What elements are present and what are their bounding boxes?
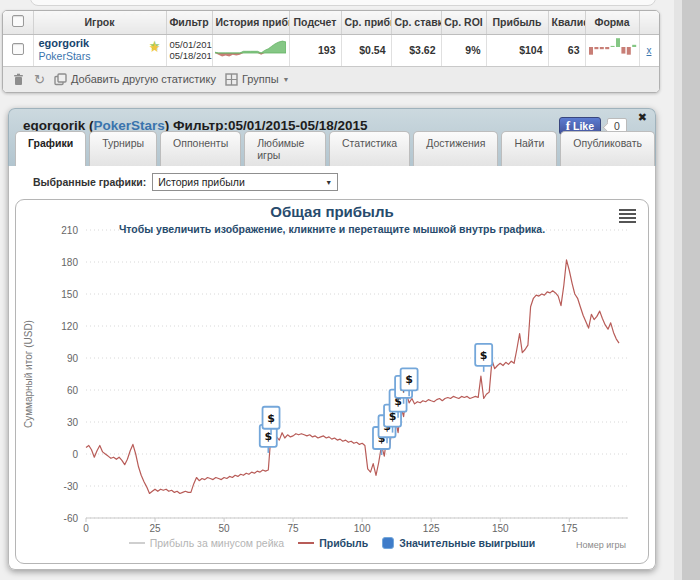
table-toolbar: ↻ Добавить другую статистику Группы ▼ <box>3 66 659 92</box>
remove-row-link[interactable]: x <box>640 45 659 56</box>
svg-text:180: 180 <box>61 257 78 268</box>
browser-scrollbar-track <box>674 0 700 580</box>
col-avg-profit[interactable]: Ср. прибыль <box>341 11 391 34</box>
chart-legend: Прибыль за минусом рейкаПрибыльЗначитель… <box>16 537 648 549</box>
qualified-value: 63 <box>548 34 585 66</box>
refresh-icon: ↻ <box>34 72 45 87</box>
profit-history-sparkline[interactable] <box>212 34 289 66</box>
avg-stake-value: $3.62 <box>391 34 441 66</box>
add-statistic-button[interactable]: Добавить другую статистику <box>54 73 216 86</box>
table-row: egorgorik PokerStars ★ 05/01/2015 05/18/… <box>3 34 659 66</box>
col-form[interactable]: Форма <box>585 11 639 34</box>
tab-Оппоненты[interactable]: Оппоненты <box>160 131 241 166</box>
col-qualified[interactable]: Квалифик <box>548 11 585 34</box>
browser-scrollbar-thumb[interactable] <box>674 0 682 580</box>
tab-Найти[interactable]: Найти <box>501 131 557 166</box>
profit-chart[interactable]: -60-300306090120150180210025507510012515… <box>16 200 648 532</box>
col-avg-stake[interactable]: Ср. ставки <box>391 11 441 34</box>
svg-text:150: 150 <box>61 289 78 300</box>
panel-body: Выбранные графики: История прибыли ▼ -60… <box>8 166 656 570</box>
chart-title: Общая прибыль <box>16 203 648 220</box>
row-checkbox[interactable] <box>12 43 24 55</box>
chart-type-select[interactable]: История прибыли ▼ <box>152 173 338 191</box>
avg-profit-value: $0.54 <box>341 34 391 66</box>
tab-Опубликовать[interactable]: Опубликовать <box>560 131 655 166</box>
col-remove <box>639 11 659 34</box>
svg-text:0: 0 <box>83 523 89 532</box>
chart-selector-row: Выбранные графики: История прибыли ▼ <box>9 166 655 196</box>
svg-text:$: $ <box>405 373 413 386</box>
col-player[interactable]: Игрок <box>33 11 166 34</box>
chart-subtitle: Чтобы увеличить изображение, кликните и … <box>16 223 648 235</box>
select-all-checkbox[interactable] <box>12 15 24 27</box>
svg-text:175: 175 <box>561 523 578 532</box>
legend-swatch <box>382 537 394 549</box>
tab-bar: ГрафикиТурнирыОппонентыЛюбимые игрыСтати… <box>15 131 655 166</box>
tab-Турниры[interactable]: Турниры <box>89 131 157 166</box>
svg-text:150: 150 <box>492 523 509 532</box>
profit-chart-container: -60-300306090120150180210025507510012515… <box>15 199 649 564</box>
delete-button[interactable] <box>12 73 25 86</box>
svg-text:60: 60 <box>67 385 79 396</box>
svg-text:0: 0 <box>72 449 78 460</box>
legend-item-Прибыль[interactable]: Прибыль <box>298 537 368 549</box>
legend-swatch <box>298 542 314 544</box>
site-link[interactable]: PokerStars <box>39 50 166 63</box>
x-axis-title: Номер игры <box>576 540 626 550</box>
svg-text:Суммарный итог (USD): Суммарный итог (USD) <box>23 320 34 428</box>
filter-dates: 05/01/2015 05/18/2015 <box>166 34 212 66</box>
svg-text:90: 90 <box>67 353 79 364</box>
svg-text:75: 75 <box>288 523 300 532</box>
partial-element-above <box>30 0 656 6</box>
legend-label: Прибыль за минусом рейка <box>150 537 284 549</box>
results-table: Игрок Фильтр История прибыли Подсчет Ср.… <box>2 10 660 93</box>
col-filter[interactable]: Фильтр <box>166 11 212 34</box>
svg-text:$: $ <box>480 349 488 362</box>
legend-swatch <box>129 542 145 544</box>
tab-Графики[interactable]: Графики <box>15 131 86 166</box>
tab-Статистика[interactable]: Статистика <box>329 131 410 166</box>
col-profit[interactable]: Прибыль <box>486 11 548 34</box>
player-panel: egorgorik (PokerStars) Фильтр:05/01/2015… <box>8 108 656 570</box>
panel-header: egorgorik (PokerStars) Фильтр:05/01/2015… <box>8 108 656 166</box>
table-header-row: Игрок Фильтр История прибыли Подсчет Ср.… <box>3 11 659 34</box>
groups-grid-icon <box>225 73 238 86</box>
svg-text:50: 50 <box>219 523 231 532</box>
form-minichart <box>585 34 639 66</box>
tab-Любимые игры[interactable]: Любимые игры <box>244 131 326 166</box>
col-history[interactable]: История прибыли <box>212 11 289 34</box>
col-avg-roi[interactable]: Ср. ROI <box>441 11 486 34</box>
player-name-link[interactable]: egorgorik <box>39 37 166 50</box>
selector-label: Выбранные графики: <box>33 176 146 188</box>
profit-value: $104 <box>486 34 548 66</box>
svg-text:120: 120 <box>61 321 78 332</box>
trash-icon <box>12 73 25 86</box>
avg-roi-value: 9% <box>441 34 486 66</box>
svg-text:30: 30 <box>67 417 79 428</box>
legend-item-Значительные выигрыши[interactable]: Значительные выигрыши <box>382 537 535 549</box>
svg-text:125: 125 <box>423 523 440 532</box>
count-value: 193 <box>289 34 341 66</box>
svg-text:25: 25 <box>149 523 161 532</box>
select-arrow-icon: ▼ <box>325 179 332 186</box>
groups-button[interactable]: Группы ▼ <box>225 73 290 86</box>
chevron-down-icon: ▼ <box>283 76 290 83</box>
svg-text:$: $ <box>267 412 275 425</box>
col-count[interactable]: Подсчет <box>289 11 341 34</box>
tab-Достижения[interactable]: Достижения <box>413 131 498 166</box>
close-icon[interactable]: ✖ <box>638 111 647 124</box>
refresh-button[interactable]: ↻ <box>34 72 45 87</box>
svg-text:-30: -30 <box>64 481 79 492</box>
svg-text:100: 100 <box>354 523 371 532</box>
legend-label: Значительные выигрыши <box>399 537 535 549</box>
chart-menu-icon[interactable] <box>619 209 636 225</box>
screen: Игрок Фильтр История прибыли Подсчет Ср.… <box>0 0 700 580</box>
svg-text:-60: -60 <box>64 513 79 524</box>
legend-label: Прибыль <box>319 537 368 549</box>
star-badge-icon: ★ <box>149 40 161 55</box>
legend-item-Прибыль за минусом рейка[interactable]: Прибыль за минусом рейка <box>129 537 284 549</box>
copy-plus-icon <box>54 73 67 86</box>
